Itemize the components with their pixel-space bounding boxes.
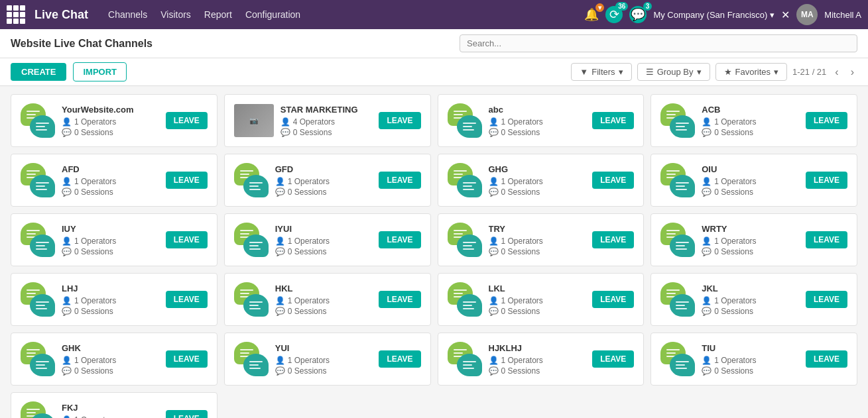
- channel-icon: [234, 163, 269, 197]
- company-selector[interactable]: My Company (San Francisco) ▾: [653, 10, 775, 20]
- leave-button[interactable]: LEAVE: [592, 291, 634, 308]
- channel-card[interactable]: ACB 👤 1 Operators 💬 0 Sessions LEAVE: [651, 94, 857, 147]
- leave-button[interactable]: LEAVE: [379, 231, 420, 248]
- leave-button[interactable]: LEAVE: [806, 231, 847, 248]
- messages-badge: 3: [643, 2, 652, 11]
- menu-channels[interactable]: Channels: [108, 9, 147, 20]
- import-button[interactable]: IMPORT: [73, 62, 127, 81]
- create-button[interactable]: CREATE: [11, 63, 66, 81]
- channel-card[interactable]: JKL 👤 1 Operators 💬 0 Sessions LEAVE: [651, 273, 857, 326]
- leave-button[interactable]: LEAVE: [592, 231, 634, 248]
- sessions-count: 0 Sessions: [501, 366, 540, 376]
- channel-icon: [21, 163, 55, 197]
- sessions-count: 0 Sessions: [714, 187, 753, 197]
- channel-meta: 👤 4 Operators 💬 0 Sessions: [280, 117, 373, 137]
- leave-button[interactable]: LEAVE: [166, 231, 208, 248]
- channel-card[interactable]: TRY 👤 1 Operators 💬 0 Sessions LEAVE: [438, 213, 645, 266]
- channel-meta: 👤 1 Operators 💬 0 Sessions: [489, 117, 586, 137]
- avatar-initials: MA: [801, 10, 814, 19]
- channel-card[interactable]: GHG 👤 1 Operators 💬 0 Sessions LEAVE: [438, 154, 645, 207]
- sessions-info: 💬 0 Sessions: [62, 366, 159, 376]
- channel-card[interactable]: AFD 👤 1 Operators 💬 0 Sessions LEAVE: [11, 154, 217, 207]
- filters-button[interactable]: ▼ Filters ▾: [571, 63, 631, 81]
- search-input[interactable]: [460, 34, 857, 52]
- leave-button[interactable]: LEAVE: [166, 291, 208, 308]
- leave-button[interactable]: LEAVE: [379, 291, 420, 308]
- group-by-button[interactable]: ☰ Group By ▾: [637, 63, 710, 81]
- app-grid-icon[interactable]: [7, 5, 25, 24]
- channel-name: TIU: [702, 343, 799, 353]
- activity-badge: 36: [615, 2, 628, 11]
- prev-page-button[interactable]: ‹: [832, 65, 841, 79]
- leave-button[interactable]: LEAVE: [592, 112, 634, 129]
- notification-bell[interactable]: 🔔 ▾: [584, 7, 599, 22]
- sessions-count: 0 Sessions: [74, 307, 113, 316]
- operators-count: 1 Operators: [288, 177, 330, 186]
- messages-icon[interactable]: 💬 3: [629, 6, 647, 23]
- favorites-button[interactable]: ★ Favorites ▾: [715, 63, 787, 81]
- channel-card[interactable]: HKL 👤 1 Operators 💬 0 Sessions LEAVE: [224, 273, 431, 326]
- leave-button[interactable]: LEAVE: [166, 410, 208, 418]
- channel-info: GFD 👤 1 Operators 💬 0 Sessions: [275, 164, 373, 197]
- leave-button[interactable]: LEAVE: [806, 291, 847, 308]
- close-icon[interactable]: ✕: [781, 9, 790, 21]
- channel-info: YUI 👤 1 Operators 💬 0 Sessions: [275, 343, 373, 376]
- channel-icon: [448, 163, 482, 197]
- leave-button[interactable]: LEAVE: [166, 172, 208, 189]
- leave-button[interactable]: LEAVE: [166, 112, 208, 129]
- user-avatar[interactable]: MA: [796, 4, 818, 25]
- activity-icon[interactable]: ⟳ 36: [605, 6, 623, 23]
- leave-button[interactable]: LEAVE: [379, 350, 420, 368]
- channel-card[interactable]: YUI 👤 1 Operators 💬 0 Sessions LEAVE: [224, 333, 431, 386]
- channel-icon: [660, 163, 695, 197]
- leave-button[interactable]: LEAVE: [592, 172, 634, 189]
- menu-configuration[interactable]: Configuration: [245, 9, 300, 20]
- group-by-dropdown-icon: ▾: [697, 67, 702, 77]
- sessions-info: 💬 0 Sessions: [489, 366, 586, 376]
- channel-info: STAR MARKETING 👤 4 Operators 💬 0 Session…: [280, 105, 373, 137]
- channel-card[interactable]: YourWebsite.com 👤 1 Operators 💬 0 Sessio…: [11, 94, 217, 147]
- channel-meta: 👤 1 Operators 💬 0 Sessions: [489, 356, 586, 376]
- channel-name: LHJ: [62, 284, 159, 293]
- leave-button[interactable]: LEAVE: [166, 350, 208, 368]
- channel-card[interactable]: IUY 👤 1 Operators 💬 0 Sessions LEAVE: [11, 213, 217, 266]
- channel-card[interactable]: WRTY 👤 1 Operators 💬 0 Sessions LEAVE: [651, 213, 857, 266]
- sessions-info: 💬 0 Sessions: [275, 187, 373, 197]
- channel-card[interactable]: abc 👤 1 Operators 💬 0 Sessions LEAVE: [438, 94, 645, 147]
- channel-meta: 👤 1 Operators 💬 0 Sessions: [702, 296, 799, 316]
- menu-report[interactable]: Report: [204, 9, 232, 20]
- channel-card[interactable]: HJKLHJ 👤 1 Operators 💬 0 Sessions LEAVE: [438, 333, 645, 386]
- channel-thumbnail: 📷: [234, 104, 274, 137]
- channel-card[interactable]: IYUI 👤 1 Operators 💬 0 Sessions LEAVE: [224, 213, 431, 266]
- sessions-info: 💬 0 Sessions: [275, 307, 373, 316]
- channel-card[interactable]: TIU 👤 1 Operators 💬 0 Sessions LEAVE: [651, 333, 857, 386]
- channel-meta: 👤 1 Operators 💬 0 Sessions: [275, 356, 373, 376]
- channel-card[interactable]: GFD 👤 1 Operators 💬 0 Sessions LEAVE: [224, 154, 431, 207]
- operators-icon: 👤: [702, 356, 712, 365]
- channel-card[interactable]: FKJ 👤 1 Operators 💬 0 Sessions LEAVE: [11, 392, 217, 418]
- sessions-info: 💬 0 Sessions: [702, 187, 799, 197]
- channel-meta: 👤 1 Operators 💬 0 Sessions: [702, 356, 799, 376]
- channel-name: OIU: [702, 164, 799, 174]
- operators-icon: 👤: [489, 296, 499, 305]
- channel-card[interactable]: 📷 STAR MARKETING 👤 4 Operators 💬 0 Sessi…: [224, 94, 431, 147]
- menu-visitors[interactable]: Visitors: [160, 9, 191, 20]
- channel-card[interactable]: LKL 👤 1 Operators 💬 0 Sessions LEAVE: [438, 273, 645, 326]
- leave-button[interactable]: LEAVE: [806, 350, 847, 368]
- leave-button[interactable]: LEAVE: [806, 172, 847, 189]
- channel-info: HJKLHJ 👤 1 Operators 💬 0 Sessions: [489, 343, 586, 376]
- channel-card[interactable]: OIU 👤 1 Operators 💬 0 Sessions LEAVE: [651, 154, 857, 207]
- channel-card[interactable]: GHK 👤 1 Operators 💬 0 Sessions LEAVE: [11, 333, 217, 386]
- next-page-button[interactable]: ›: [847, 65, 857, 79]
- leave-button[interactable]: LEAVE: [806, 112, 847, 129]
- leave-button[interactable]: LEAVE: [379, 172, 420, 189]
- sessions-icon: 💬: [275, 366, 285, 376]
- leave-button[interactable]: LEAVE: [379, 112, 420, 129]
- operators-info: 👤 1 Operators: [62, 236, 159, 246]
- sessions-icon: 💬: [702, 366, 712, 376]
- leave-button[interactable]: LEAVE: [592, 350, 634, 368]
- channel-icon: [448, 223, 482, 257]
- favorites-label: Favorites: [735, 67, 771, 77]
- channel-card[interactable]: LHJ 👤 1 Operators 💬 0 Sessions LEAVE: [11, 273, 217, 326]
- channel-name: abc: [489, 105, 586, 115]
